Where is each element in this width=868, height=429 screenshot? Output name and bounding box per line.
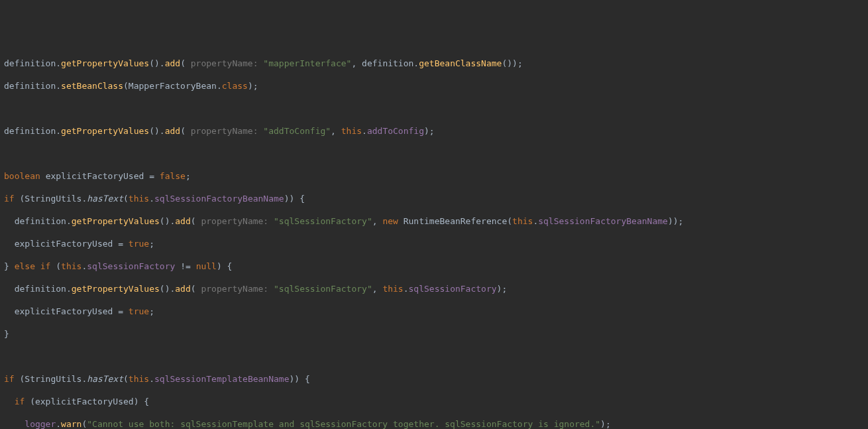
code-line: definition.getPropertyValues().add( prop… xyxy=(4,58,864,69)
code-line: definition.getPropertyValues().add( prop… xyxy=(4,283,864,294)
parameter-hint: propertyName: xyxy=(191,58,264,68)
code-line: if (explicitFactoryUsed) { xyxy=(4,396,864,407)
parameter-hint: propertyName: xyxy=(191,126,264,136)
code-editor[interactable]: definition.getPropertyValues().add( prop… xyxy=(4,46,864,429)
code-line: explicitFactoryUsed = true; xyxy=(4,238,864,249)
code-line: if (StringUtils.hasText(this.sqlSessionF… xyxy=(4,193,864,204)
code-line: explicitFactoryUsed = true; xyxy=(4,306,864,317)
parameter-hint: propertyName: xyxy=(201,284,274,294)
code-line: if (StringUtils.hasText(this.sqlSessionT… xyxy=(4,373,864,385)
code-line: definition.getPropertyValues().add( prop… xyxy=(4,215,864,227)
code-line: } else if (this.sqlSessionFactory != nul… xyxy=(4,261,864,272)
code-line: logger.warn("Cannot use both: sqlSession… xyxy=(4,418,864,429)
code-line: } xyxy=(4,328,864,339)
code-line: boolean explicitFactoryUsed = false; xyxy=(4,170,864,182)
code-line: definition.getPropertyValues().add( prop… xyxy=(4,125,864,137)
code-line xyxy=(4,103,864,114)
parameter-hint: propertyName: xyxy=(201,216,274,226)
code-line xyxy=(4,148,864,159)
code-line: definition.setBeanClass(MapperFactoryBea… xyxy=(4,80,864,92)
code-line xyxy=(4,351,864,362)
